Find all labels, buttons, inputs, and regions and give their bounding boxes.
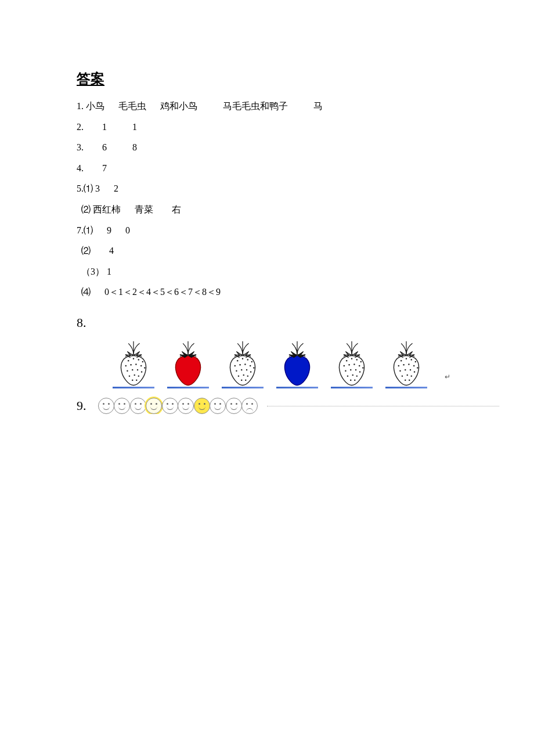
- svg-point-41: [348, 364, 349, 365]
- answers-title: 答案: [77, 70, 499, 88]
- q7-p4-label: ⑷: [81, 287, 91, 297]
- svg-point-66: [414, 371, 415, 372]
- svg-point-15: [138, 376, 139, 377]
- svg-point-6: [135, 363, 136, 365]
- svg-point-38: [356, 359, 358, 360]
- svg-point-8: [144, 367, 145, 368]
- answer-3: 3. 6 8: [77, 140, 499, 155]
- svg-point-24: [244, 363, 246, 365]
- q7-p1-b: 0: [125, 225, 130, 235]
- svg-point-37: [351, 358, 352, 359]
- svg-point-17: [136, 380, 137, 381]
- svg-point-23: [239, 364, 240, 365]
- svg-point-33: [247, 376, 248, 377]
- svg-point-34: [241, 380, 242, 381]
- answer-2: 2. 1 1: [77, 120, 499, 135]
- svg-point-3: [142, 361, 143, 362]
- svg-point-16: [132, 380, 133, 381]
- answer-7-4: ⑷ 0＜1＜2＜4＜5＜6＜7＜8＜9: [81, 285, 499, 300]
- smile-face-icon: [194, 398, 210, 414]
- q7-p3-label: （3）: [81, 267, 104, 276]
- svg-point-29: [246, 369, 247, 370]
- q4-a: 7: [102, 163, 107, 173]
- answer-7-3: （3） 1: [81, 264, 499, 279]
- q5-p1-b: 2: [114, 183, 118, 193]
- answer-7-1: 7.⑴ 9 0: [77, 223, 499, 238]
- svg-point-28: [241, 369, 242, 370]
- svg-point-54: [400, 360, 402, 361]
- svg-point-1: [133, 358, 134, 359]
- svg-point-68: [407, 375, 408, 376]
- q7-p1-label: ⑴: [84, 225, 93, 235]
- svg-point-36: [346, 360, 347, 361]
- svg-point-26: [253, 367, 254, 368]
- svg-point-53: [354, 380, 355, 381]
- svg-point-64: [405, 369, 406, 370]
- svg-point-52: [350, 380, 351, 381]
- q2-b: 1: [132, 122, 137, 132]
- svg-point-25: [250, 365, 251, 366]
- q1-c: 鸡和小鸟: [160, 101, 197, 111]
- strawberry-icon: [111, 336, 156, 387]
- svg-point-48: [359, 371, 360, 372]
- svg-point-44: [362, 367, 363, 368]
- svg-point-14: [134, 375, 135, 376]
- svg-point-10: [132, 369, 133, 370]
- face-row: [98, 398, 258, 414]
- svg-point-32: [243, 375, 244, 376]
- q1-d: 马毛毛虫和鸭子: [223, 101, 288, 111]
- svg-point-57: [415, 361, 416, 362]
- q5-p2-b: 青菜: [135, 204, 153, 214]
- q9-num: 9.: [77, 398, 86, 413]
- smile-face-icon: [146, 398, 162, 414]
- dotted-line: [267, 405, 500, 406]
- svg-point-61: [413, 365, 414, 366]
- q7-num: 7.: [77, 225, 84, 235]
- q5-p1-a: 3: [95, 183, 100, 193]
- q7-p2-a: 4: [109, 246, 114, 255]
- q2-num: 2.: [77, 122, 84, 132]
- strawberry-row: ↵: [111, 336, 499, 387]
- svg-point-62: [417, 367, 418, 368]
- sad-face-icon: [241, 398, 258, 414]
- svg-point-22: [234, 365, 236, 366]
- svg-point-20: [247, 359, 248, 360]
- q5-p2-label: ⑵: [81, 204, 91, 214]
- q1-a: 小鸟: [86, 101, 104, 111]
- smile-face-icon: [114, 398, 130, 414]
- answer-8-num: 8.: [77, 312, 499, 333]
- svg-point-49: [347, 376, 348, 377]
- smile-face-icon: [162, 398, 178, 414]
- answer-5-1: 5.⑴ 3 2: [77, 181, 499, 196]
- svg-point-12: [141, 371, 142, 372]
- svg-point-40: [344, 365, 345, 366]
- q1-num: 1.: [77, 101, 84, 111]
- q1-b: 毛毛虫: [118, 101, 146, 111]
- svg-point-42: [353, 363, 355, 365]
- svg-point-19: [242, 358, 243, 359]
- strawberry-icon: [221, 336, 265, 387]
- smile-face-icon: [130, 398, 146, 414]
- q5-p1-label: ⑴: [84, 183, 93, 193]
- svg-point-56: [411, 359, 412, 360]
- svg-point-46: [350, 369, 351, 370]
- svg-point-51: [356, 376, 358, 377]
- answer-9: 9.: [77, 398, 499, 414]
- svg-point-7: [140, 365, 142, 366]
- svg-point-70: [405, 380, 406, 381]
- answer-1: 1. 小鸟 毛毛虫 鸡和小鸟 马毛毛虫和鸭子 马: [77, 99, 499, 114]
- q5-p2-a: 西红柿: [93, 204, 121, 214]
- svg-point-2: [138, 359, 139, 360]
- q5-num: 5.: [77, 183, 84, 193]
- q7-p3-a: 1: [107, 267, 111, 276]
- svg-point-30: [250, 371, 251, 372]
- q3-a: 6: [102, 142, 107, 152]
- q7-p1-a: 9: [107, 225, 111, 235]
- svg-point-4: [125, 365, 127, 366]
- svg-point-13: [129, 376, 130, 377]
- answer-5-2: ⑵ 西红柿 青菜 右: [81, 202, 499, 217]
- q3-b: 8: [132, 142, 137, 152]
- svg-point-31: [238, 376, 239, 377]
- line-break-mark: ↵: [445, 373, 450, 381]
- q3-num: 3.: [77, 142, 84, 152]
